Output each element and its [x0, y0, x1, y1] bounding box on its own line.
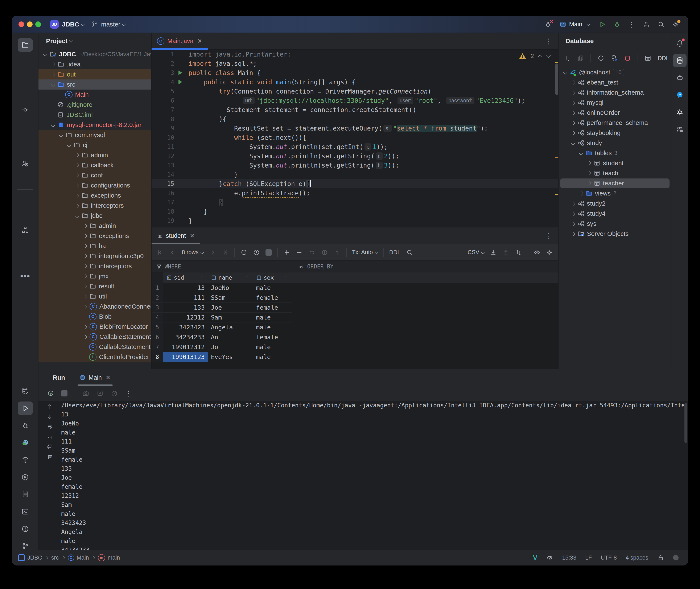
db-tree-item--localhost[interactable]: @localhost10 [558, 67, 671, 77]
chevron-right-icon[interactable] [83, 223, 87, 228]
inspections-widget[interactable]: 2 [519, 52, 550, 59]
console[interactable]: /Users/eve/Library/Java/JavaVirtualMachi… [38, 401, 688, 550]
table-row[interactable]: 2111SSamfemale [152, 293, 558, 303]
chevron-right-icon[interactable] [83, 254, 87, 258]
cell-name[interactable]: Angela [208, 323, 253, 332]
project-tree-item--gitignore[interactable]: .gitignore [38, 100, 151, 110]
chevron-down-icon[interactable] [59, 133, 63, 137]
table-row[interactable]: 8199013123EveYesmale [152, 352, 558, 362]
db-tree-item-teach[interactable]: teach [558, 168, 671, 178]
duplicate-icon[interactable] [577, 55, 584, 62]
soft-wrap-icon[interactable] [47, 424, 53, 430]
cell-sid[interactable]: 34234233 [163, 332, 208, 342]
editor-options-menu[interactable]: ⋮ [545, 38, 552, 45]
chevron-right-icon[interactable] [83, 335, 87, 339]
column-header-name[interactable]: name [208, 272, 253, 283]
submit-icon[interactable] [321, 249, 328, 256]
bookmarks-tool-button[interactable] [18, 488, 33, 501]
code-line-13[interactable]: 13 System.out.println(set.getString(i:3)… [152, 161, 558, 170]
chevron-right-icon[interactable] [571, 121, 575, 125]
close-icon[interactable]: ✕ [190, 232, 194, 239]
cell-sid[interactable]: 12312 [163, 313, 208, 323]
profiler-disabled-icon[interactable]: ✕ [545, 21, 552, 28]
chevron-right-icon[interactable] [75, 173, 79, 177]
project-name[interactable]: JDBC [62, 21, 79, 28]
services-tool-button[interactable] [18, 470, 33, 484]
table-row[interactable]: 412312Sammale [152, 313, 558, 323]
chevron-right-icon[interactable] [571, 111, 575, 115]
code-line-15[interactable]: 15 }catch (SQLException e){ [152, 179, 558, 188]
code-line-3[interactable]: 3public class Main { [152, 68, 558, 77]
grid-settings-gear-icon[interactable] [546, 249, 553, 256]
next-page-icon[interactable] [209, 249, 216, 256]
db-tree-item-views[interactable]: views2 [558, 188, 671, 198]
project-tree-item-src[interactable]: src [38, 79, 151, 89]
project-tree-item-main[interactable]: CMain [38, 89, 151, 100]
cell-sex[interactable]: male [253, 313, 292, 323]
scroll-to-end-icon[interactable] [47, 434, 53, 440]
view-options-eye-icon[interactable] [533, 249, 541, 256]
chevron-right-icon[interactable] [75, 193, 79, 198]
chevron-right-icon[interactable] [75, 163, 79, 167]
line-ending-indicator[interactable]: LF [585, 555, 592, 561]
code-line-4[interactable]: 4 public static void main(String[] args)… [152, 77, 558, 86]
chevron-right-icon[interactable] [51, 72, 55, 76]
chat-plugin-tool-button[interactable] [673, 88, 687, 102]
project-tree-item-out[interactable]: out [38, 69, 151, 79]
code-line-19[interactable]: 19} [152, 216, 558, 225]
chevron-right-icon[interactable] [571, 80, 575, 84]
chevron-down-icon[interactable] [81, 22, 85, 26]
cell-sex[interactable]: male [253, 352, 292, 362]
tab-student-table[interactable]: student ✕ [152, 227, 200, 244]
profiler-gauge-icon[interactable] [111, 390, 118, 397]
page-size-selector[interactable]: 8 rows [182, 249, 204, 256]
project-tree-item-integration-c3p0[interactable]: integration.c3p0 [38, 251, 151, 261]
add-user-icon[interactable] [643, 21, 650, 28]
run-configuration-selector[interactable]: Main [559, 21, 591, 28]
problems-tool-button[interactable] [18, 522, 33, 536]
project-tree-item-admin[interactable]: admin [38, 221, 151, 231]
query-history-icon[interactable] [253, 249, 260, 256]
project-tree-item-blob[interactable]: CBlob [38, 312, 151, 322]
cell-name[interactable]: Joe [208, 303, 253, 313]
ddl-button[interactable]: DDL [658, 55, 669, 61]
cell-name[interactable]: Sam [208, 313, 253, 323]
table-options-menu[interactable]: ⋮ [545, 232, 552, 239]
cell-sex[interactable]: female [253, 332, 292, 342]
chevron-down-icon[interactable] [51, 82, 55, 86]
code-line-14[interactable]: 14 } [152, 170, 558, 179]
cell-sid[interactable]: 3423423 [163, 323, 208, 332]
chevron-down-icon[interactable] [579, 151, 583, 155]
run-button[interactable] [599, 21, 606, 28]
code-line-18[interactable]: 18 } [152, 207, 558, 216]
project-tree-item-blobfromlocator[interactable]: CBlobFromLocator [38, 322, 151, 332]
project-tree-item--idea[interactable]: .idea [38, 59, 151, 69]
project-tree-item-jmx[interactable]: jmx [38, 271, 151, 281]
window-controls[interactable] [18, 21, 41, 27]
db-tree-item-study4[interactable]: study4 [558, 209, 671, 219]
prev-problem-icon[interactable] [538, 54, 543, 59]
project-tree-item-jdbc[interactable]: JDBC~/Desktop/CS/JavaEE/1 Jav [38, 49, 151, 59]
print-icon[interactable] [47, 444, 53, 450]
build-tool-button[interactable] [18, 453, 33, 467]
chevron-right-icon[interactable] [571, 201, 575, 206]
breadcrumb-item[interactable]: CMain [68, 555, 89, 561]
chevron-right-icon[interactable] [571, 100, 575, 105]
project-tree-item-cj[interactable]: cj [38, 140, 151, 150]
run-gutter-icon[interactable] [176, 70, 185, 75]
chevron-right-icon[interactable] [571, 211, 575, 216]
project-tree-item-admin[interactable]: admin [38, 150, 151, 160]
structure-tool-button[interactable] [18, 223, 33, 236]
chevron-right-icon[interactable] [83, 233, 87, 238]
ddl-button[interactable]: DDL [389, 249, 401, 256]
chevron-right-icon[interactable] [571, 90, 575, 94]
result-grid[interactable]: sidnamesex113JoeNomale2111SSamfemale3133… [152, 272, 558, 370]
table-view-icon[interactable] [644, 55, 652, 62]
cell-sex[interactable]: female [253, 293, 292, 303]
branch-name[interactable]: master [101, 21, 121, 28]
chevron-down-icon[interactable] [75, 213, 79, 218]
project-tree-item-exceptions[interactable]: exceptions [38, 231, 151, 241]
db-tree-item-tables[interactable]: tables3 [558, 148, 671, 158]
project-tree-item-jdbc-iml[interactable]: JDBC.iml [38, 110, 151, 120]
code-line-2[interactable]: 2import java.sql.*; [152, 59, 558, 68]
